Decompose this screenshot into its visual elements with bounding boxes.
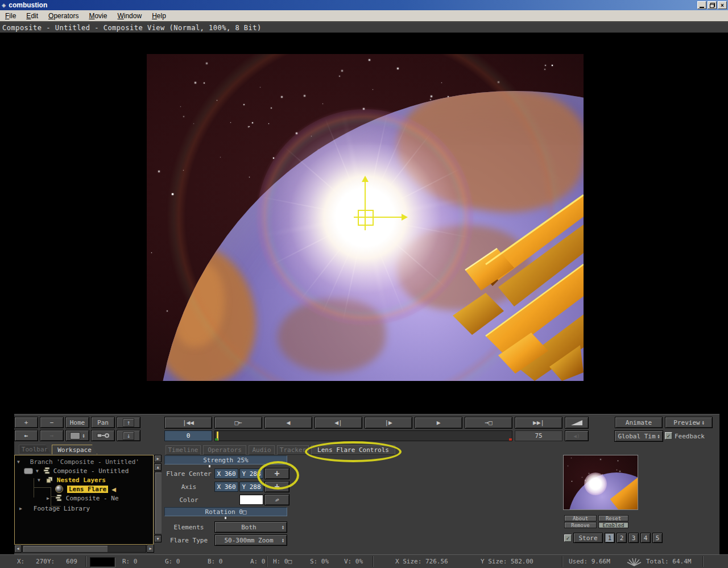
tree-row-composite[interactable]: ▼ Composite - Untitled [24,467,129,475]
up-arrow-icon: ↑ [123,418,135,427]
enabled-button[interactable]: Enabled [598,522,628,528]
panel-down-button[interactable]: ↓ [117,430,140,441]
zoom-in-button[interactable]: + [14,417,38,428]
tab-tracker[interactable]: Tracker [277,445,309,455]
current-frame-field[interactable]: 0 [164,430,212,441]
mark-in-button[interactable]: □← [214,417,262,429]
store-button[interactable]: Store [573,533,603,543]
menu-file[interactable]: File [0,11,21,21]
tree-row-branch[interactable]: ▼ Branch 'Composite - Untitled' [17,458,139,466]
timeline-slider[interactable] [214,430,512,441]
minimize-button[interactable] [697,1,706,9]
view-layout-button[interactable]: ▲▼ [65,430,89,441]
home-label: Home [70,419,85,426]
playback-mode-button[interactable] [565,417,589,429]
elements-label: Elements [164,521,213,533]
go-to-start-button[interactable]: |◀◀ [164,417,212,429]
about-button[interactable]: About [564,515,597,521]
schematic-button[interactable] [91,430,115,441]
viewport-header: Composite - Untitled - Composite View (N… [0,22,728,33]
tab-toolbar[interactable]: Toolbar [19,445,51,454]
eyedropper-icon: ✎ [274,496,280,504]
restore-button[interactable] [708,1,717,9]
nav-back-button[interactable]: ← [14,430,38,441]
expand-triangle-icon[interactable]: ▶ [19,506,22,511]
store-checkbox[interactable]: ✓ [564,534,572,542]
plus-icon: + [24,419,28,426]
feedback-checkbox[interactable]: ✓ [665,432,672,440]
tree-hscrollbar-track[interactable] [22,545,146,553]
tree-vscrollbar-track[interactable] [154,471,162,534]
store-slot-3[interactable]: 3 [628,533,639,543]
store-slot-5[interactable]: 5 [652,533,663,543]
axis-y-field[interactable]: Y 288 [239,482,263,492]
menu-operators[interactable]: Operators [43,11,84,21]
tab-workspace[interactable]: Workspace [52,445,97,454]
tab-operators[interactable]: Operators [203,445,246,455]
preview-dropdown[interactable]: Preview ▲▼ [665,417,713,428]
store-slot-4[interactable]: 4 [640,533,651,543]
remove-button[interactable]: Remove [564,522,597,528]
axis-x-field[interactable]: X 360 [214,482,238,492]
step-forward-button[interactable]: |▶ [365,417,412,429]
close-button[interactable]: × [718,1,727,9]
tree-scroll-right-button[interactable]: ▶ [154,455,162,462]
enabled-label: Enabled [603,523,624,528]
pan-label: Pan [97,419,109,426]
global-time-dropdown[interactable]: Global Tim ▲▼ [614,430,663,442]
tree-row-lens-flare[interactable]: Lens Flare ◀ [56,485,116,493]
tab-audio[interactable]: Audio [249,445,275,455]
flare-center-x-field[interactable]: X 360 [214,469,238,479]
menu-window[interactable]: Window [112,11,147,21]
animate-button[interactable]: Animate [615,417,663,428]
play-reverse-button[interactable]: ◀ [264,417,312,429]
composite-viewport[interactable] [147,54,584,381]
operator-thumbnail[interactable] [563,455,638,510]
workspace-tree[interactable]: ▼ Branch 'Composite - Untitled' ▼ Compos… [14,455,154,545]
menu-help[interactable]: Help [147,11,171,21]
slot-label: 2 [620,534,624,542]
visibility-toggle-icon[interactable] [24,468,33,474]
play-button[interactable]: ▶ [415,417,462,429]
elements-dropdown[interactable]: Both ▲▼ [214,521,287,533]
mark-out-button[interactable]: →□ [465,417,512,429]
tree-row-footage-library[interactable]: ▶ Footage Library [19,504,90,512]
store-slot-1[interactable]: 1 [605,533,615,543]
strength-slider-tick[interactable] [209,465,210,467]
collapse-triangle-icon[interactable]: ▼ [38,478,40,483]
tree-scroll-down-button[interactable]: ▼ [154,535,162,542]
panel-up-button[interactable]: ↑ [117,417,140,428]
tab-timeline[interactable]: Timeline [166,445,201,455]
go-to-end-button[interactable]: ▶▶| [515,417,562,429]
tree-scroll-up-button[interactable]: ▲ [154,463,162,471]
end-frame-field[interactable]: 75 [515,430,562,441]
reset-button[interactable]: Reset [598,515,628,521]
flare-center-handle-square[interactable] [358,210,374,226]
title-bar[interactable]: ◈ combustion × [0,0,728,10]
flare-color-swatch[interactable] [239,495,263,505]
collapse-triangle-icon[interactable]: ▼ [17,459,20,465]
home-button[interactable]: Home [65,417,89,428]
nav-forward-button[interactable]: → [40,430,64,441]
tree-scroll-right-button2[interactable]: ▶ [147,545,154,553]
tree-scroll-left-button[interactable]: ◀ [14,545,22,553]
zoom-out-button[interactable]: − [40,417,64,428]
pan-button[interactable]: Pan [91,417,115,428]
step-back-button[interactable]: ◀| [315,417,362,429]
rotation-slider-tick[interactable] [225,517,226,519]
collapse-triangle-icon[interactable]: ▼ [36,469,39,474]
tree-row-nested-layers[interactable]: ▼ Nested Layers [38,476,106,484]
audio-mute-button[interactable]: ◀) [565,430,589,441]
expand-triangle-icon[interactable]: ▶ [47,496,49,501]
flare-type-label: Flare Type [164,534,213,546]
flare-type-dropdown[interactable]: 50-300mm Zoom ▲▼ [214,534,287,546]
tree-hscrollbar-thumb[interactable] [23,546,107,552]
star [617,470,617,470]
color-eyedropper-button[interactable]: ✎ [264,494,289,505]
tree-row-composite-nested[interactable]: ▶ Composite - Ne [47,494,119,502]
menu-movie[interactable]: Movie [84,11,112,21]
rotation-slider[interactable]: Rotation 0□ [164,507,287,516]
menu-edit[interactable]: Edit [21,11,43,21]
tree-vscrollbar-thumb[interactable] [155,472,162,534]
store-slot-2[interactable]: 2 [617,533,627,543]
